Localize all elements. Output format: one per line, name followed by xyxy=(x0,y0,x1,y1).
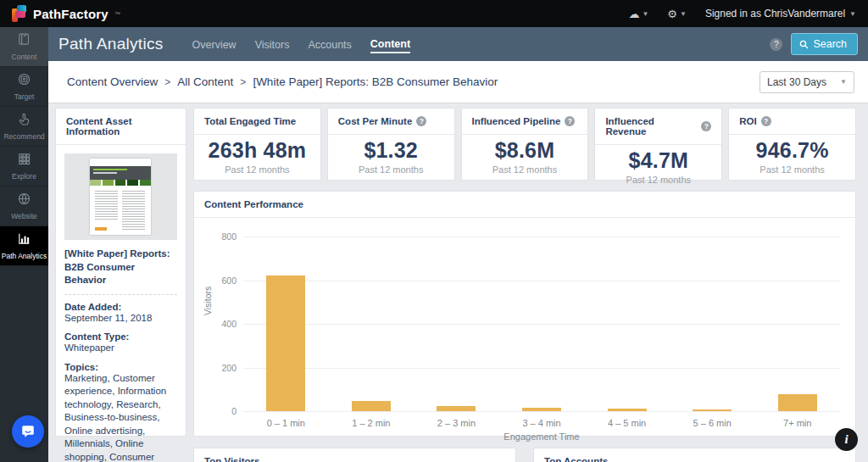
sidebar-item-path-analytics[interactable]: Path Analytics xyxy=(0,226,48,266)
bottom-cards-row: Top VisitorsTop Accounts xyxy=(193,448,856,462)
breadcrumb-item: [White Paper] Reports: B2B Consumer Beha… xyxy=(253,75,498,88)
help-icon[interactable]: ? xyxy=(761,116,771,126)
info-button[interactable]: i xyxy=(835,428,858,451)
search-button-label: Search xyxy=(813,38,847,50)
tab-content[interactable]: Content xyxy=(370,35,410,53)
metric-period: Past 12 months xyxy=(760,164,824,175)
bar-chart: Visitors 02004006008000 – 1 min1 – 2 min… xyxy=(194,218,855,440)
bar-7+min[interactable] xyxy=(778,394,817,411)
metric-label: Influenced Revenue xyxy=(605,116,697,136)
bar-3–4min[interactable] xyxy=(522,408,561,411)
help-icon[interactable]: ? xyxy=(770,38,782,51)
metric-cards-row: Total Engaged Time263h 48mPast 12 months… xyxy=(193,108,856,181)
asset-card-title: Content Asset Information xyxy=(56,109,186,145)
chart-title: Content Performance xyxy=(194,192,855,218)
bar-chart-icon xyxy=(17,231,31,249)
x-tick-label: 0 – 1 min xyxy=(243,418,329,428)
tab-accounts[interactable]: Accounts xyxy=(308,36,351,53)
x-tick-label: 1 – 2 min xyxy=(329,418,415,428)
bar-slot: 0 – 1 min xyxy=(243,237,329,411)
date-added-value: September 11, 2018 xyxy=(64,312,177,326)
metric-card-total-engaged-time: Total Engaged Time263h 48mPast 12 months xyxy=(193,108,321,181)
sidebar-item-website[interactable]: Website xyxy=(0,186,48,226)
bar-4–5min[interactable] xyxy=(608,409,647,411)
y-tick-label: 400 xyxy=(221,319,236,329)
breadcrumb-separator: > xyxy=(240,76,246,88)
sidebar-item-label: Recommend xyxy=(3,132,44,141)
main-content: Content Asset Information [White Paper] … xyxy=(48,103,868,462)
metric-label: ROI xyxy=(739,116,756,126)
date-range-value: Last 30 Days xyxy=(767,76,826,88)
chart-plot: 02004006008000 – 1 min1 – 2 min2 – 3 min… xyxy=(243,237,840,411)
pathfactory-logo-icon xyxy=(12,5,27,22)
bar-1–2min[interactable] xyxy=(352,401,391,411)
sidebar-item-target[interactable]: Target xyxy=(0,67,48,107)
metric-card-roi: ROI?946.7%Past 12 months xyxy=(728,108,856,181)
gear-icon: ⚙ xyxy=(667,8,677,20)
content-type-label: Content Type: xyxy=(64,331,177,342)
settings-menu[interactable]: ⚙ ▼ xyxy=(667,8,687,20)
chevron-down-icon: ▼ xyxy=(849,10,856,18)
y-tick-label: 200 xyxy=(221,363,236,373)
header-tabs: OverviewVisitorsAccountsContent xyxy=(192,35,411,53)
sidebar-item-content[interactable]: Content xyxy=(0,27,48,67)
sidebar-item-explore[interactable]: Explore xyxy=(0,147,48,186)
bar-slot: 3 – 4 min xyxy=(499,237,585,411)
bars-container: 0 – 1 min1 – 2 min2 – 3 min3 – 4 min4 – … xyxy=(243,237,840,411)
help-icon[interactable]: ? xyxy=(565,116,575,126)
signed-in-label: Signed in as ChrisVandermarel xyxy=(705,8,845,19)
user-menu[interactable]: Signed in as ChrisVandermarel ▼ xyxy=(705,8,856,19)
grid-icon xyxy=(17,152,31,170)
globe-icon xyxy=(17,192,31,209)
date-added-label: Date Added: xyxy=(64,302,177,312)
search-button[interactable]: Search xyxy=(791,33,858,55)
gridline: 0 xyxy=(243,411,840,412)
metric-card-influenced-revenue: Influenced Revenue?$4.7MPast 12 months xyxy=(594,108,722,181)
top-bar: PathFactory ™ ☁ ▼ ⚙ ▼ Signed in as Chris… xyxy=(0,0,868,27)
x-tick-label: 4 – 5 min xyxy=(584,418,670,428)
chat-launcher-button[interactable] xyxy=(12,415,44,448)
chevron-down-icon: ▼ xyxy=(642,10,648,18)
breadcrumb: Content Overview>All Content>[White Pape… xyxy=(67,75,498,88)
date-range-select[interactable]: Last 30 Days ▼ xyxy=(760,71,854,93)
bar-5–6min[interactable] xyxy=(693,409,732,411)
content-thumbnail[interactable] xyxy=(64,153,177,240)
bar-2–3min[interactable] xyxy=(437,406,476,411)
brand-name: PathFactory xyxy=(33,7,108,21)
pathfactory-logo[interactable]: PathFactory ™ xyxy=(12,5,120,22)
bar-slot: 4 – 5 min xyxy=(584,237,670,411)
metric-label: Cost Per Minute xyxy=(338,116,413,126)
bottom-card-title: Top Accounts xyxy=(534,448,855,462)
y-tick-label: 0 xyxy=(231,406,236,416)
breadcrumb-item[interactable]: Content Overview xyxy=(67,75,158,88)
metric-card-influenced-pipeline: Influenced Pipeline?$8.6MPast 12 months xyxy=(461,108,589,181)
topics-label: Topics: xyxy=(64,362,177,372)
x-tick-label: 3 – 4 min xyxy=(499,418,585,428)
tab-overview[interactable]: Overview xyxy=(192,36,236,53)
topics-value: Marketing, Customer experience, Informat… xyxy=(64,372,177,462)
breadcrumb-item[interactable]: All Content xyxy=(177,75,233,88)
metric-period: Past 12 months xyxy=(359,164,423,175)
x-tick-label: 2 – 3 min xyxy=(414,418,499,428)
trademark-mark: ™ xyxy=(114,11,120,17)
help-icon[interactable]: ? xyxy=(416,116,426,126)
messenger-icon xyxy=(20,424,36,439)
cloud-menu[interactable]: ☁ ▼ xyxy=(628,8,648,20)
app-header: Path Analytics OverviewVisitorsAccountsC… xyxy=(48,27,868,61)
breadcrumb-separator: > xyxy=(164,76,170,88)
sidebar-item-recommend[interactable]: Recommend xyxy=(0,107,48,147)
bottom-card-title: Top Visitors xyxy=(194,448,515,462)
help-icon[interactable]: ? xyxy=(701,121,711,131)
content-type-value: Whitepaper xyxy=(64,342,177,355)
metric-value: $1.32 xyxy=(364,138,418,163)
y-tick-label: 600 xyxy=(221,276,236,286)
metric-label: Total Engaged Time xyxy=(204,116,296,126)
bar-0–1min[interactable] xyxy=(266,276,305,411)
metric-period: Past 12 months xyxy=(492,164,557,175)
metric-period: Past 12 months xyxy=(225,164,289,175)
metric-period: Past 12 months xyxy=(626,175,691,185)
chevron-down-icon: ▼ xyxy=(840,78,847,86)
tab-visitors[interactable]: Visitors xyxy=(255,36,290,53)
search-icon xyxy=(799,40,809,49)
sidebar-item-label: Website xyxy=(11,212,37,220)
